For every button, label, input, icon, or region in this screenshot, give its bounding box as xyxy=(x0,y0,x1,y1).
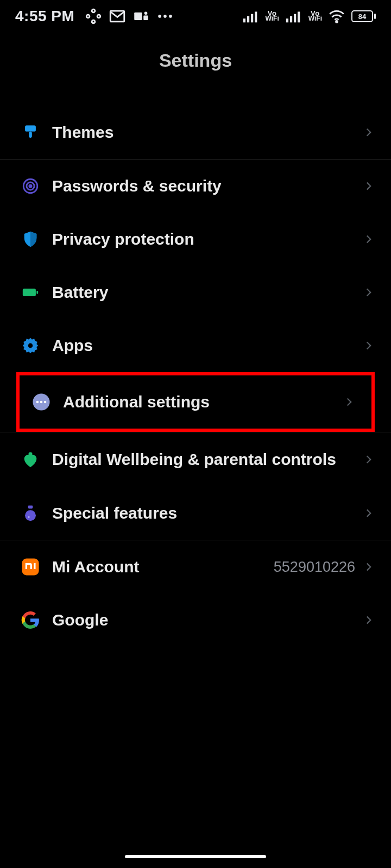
svg-rect-1 xyxy=(92,9,95,12)
chevron-right-icon xyxy=(362,179,376,193)
row-label: Additional settings xyxy=(63,393,342,411)
row-themes[interactable]: Themes xyxy=(0,106,391,159)
row-mi-account[interactable]: Mi Account 5529010226 xyxy=(0,540,391,593)
svg-rect-33 xyxy=(28,506,33,509)
svg-rect-21 xyxy=(29,132,32,138)
status-bar: 4:55 PM xyxy=(0,0,391,33)
shield-icon xyxy=(21,230,40,248)
clock: 4:55 PM xyxy=(15,8,74,25)
chevron-right-icon xyxy=(362,613,376,627)
battery-indicator: 84 xyxy=(351,10,376,22)
svg-rect-25 xyxy=(23,289,36,296)
svg-point-29 xyxy=(36,401,39,404)
mi-logo-icon xyxy=(21,558,40,576)
svg-point-31 xyxy=(44,401,47,404)
page-title: Settings xyxy=(0,50,391,71)
chevron-right-icon xyxy=(362,339,376,353)
svg-rect-17 xyxy=(294,14,296,23)
chevron-right-icon xyxy=(362,285,376,299)
svg-rect-0 xyxy=(87,15,90,18)
row-label: Mi Account xyxy=(52,558,274,576)
svg-rect-18 xyxy=(298,12,300,23)
svg-point-27 xyxy=(28,343,33,348)
svg-rect-14 xyxy=(255,12,257,23)
home-indicator[interactable] xyxy=(125,855,266,858)
svg-point-34 xyxy=(25,510,36,521)
row-passwords-security[interactable]: Passwords & security xyxy=(0,159,391,213)
svg-point-8 xyxy=(159,15,162,18)
more-notifications-icon xyxy=(156,7,174,25)
row-additional-settings[interactable]: Additional settings xyxy=(20,375,371,429)
google-g-icon xyxy=(21,611,40,629)
row-label: Privacy protection xyxy=(52,230,362,248)
svg-rect-16 xyxy=(290,16,292,22)
chevron-right-icon xyxy=(362,452,376,467)
svg-point-35 xyxy=(28,516,30,518)
section-extras: Digital Wellbeing & parental controls Sp… xyxy=(0,432,391,540)
row-apps[interactable]: Apps xyxy=(0,319,391,372)
slack-icon xyxy=(84,7,103,25)
row-label: Digital Wellbeing & parental controls xyxy=(52,450,362,469)
wifi-icon xyxy=(327,7,346,25)
highlight-annotation: Additional settings xyxy=(16,372,375,432)
svg-rect-26 xyxy=(36,291,38,294)
svg-rect-13 xyxy=(251,14,253,23)
svg-point-6 xyxy=(144,12,148,15)
more-circle-icon xyxy=(32,393,51,411)
row-value: 5529010226 xyxy=(274,559,355,576)
svg-point-30 xyxy=(40,401,43,404)
svg-rect-11 xyxy=(243,18,245,22)
svg-rect-5 xyxy=(135,12,142,20)
row-wallpaper-partial[interactable]: Wallpaper xyxy=(0,86,391,106)
teams-icon xyxy=(132,7,150,25)
chevron-right-icon xyxy=(362,560,376,574)
section-personalize: Themes xyxy=(0,106,391,159)
fingerprint-icon xyxy=(21,177,40,195)
row-label: Special features xyxy=(52,504,362,522)
svg-point-10 xyxy=(169,15,172,18)
vowifi-indicator-2: VoWiFi xyxy=(308,11,322,22)
row-label: Google xyxy=(52,611,362,629)
svg-rect-15 xyxy=(286,18,288,22)
svg-rect-7 xyxy=(144,16,149,21)
svg-rect-20 xyxy=(25,125,36,131)
svg-rect-2 xyxy=(97,15,100,18)
status-notif-icons xyxy=(84,7,174,25)
status-right: VoWiFi VoWiFi 84 xyxy=(242,7,376,25)
chevron-right-icon xyxy=(362,506,376,520)
row-label: Themes xyxy=(52,123,362,142)
row-digital-wellbeing[interactable]: Digital Wellbeing & parental controls xyxy=(0,432,391,487)
chevron-right-icon xyxy=(362,232,376,246)
battery-icon xyxy=(21,283,40,302)
svg-point-19 xyxy=(336,21,338,23)
vowifi-indicator-1: VoWiFi xyxy=(266,11,279,22)
settings-list[interactable]: Wallpaper Themes Passwords & security xyxy=(0,86,391,629)
row-label: Battery xyxy=(52,283,362,302)
chevron-right-icon xyxy=(342,395,356,409)
svg-point-24 xyxy=(29,185,31,187)
row-special-features[interactable]: Special features xyxy=(0,487,391,540)
brush-icon xyxy=(21,123,40,142)
status-left: 4:55 PM xyxy=(15,7,174,25)
gmail-icon xyxy=(108,7,127,25)
cog-icon xyxy=(21,336,40,355)
row-label: Apps xyxy=(52,336,362,355)
signal-bars-2-icon xyxy=(285,7,303,25)
row-google[interactable]: Google xyxy=(0,593,391,629)
section-system: Passwords & security Privacy protection … xyxy=(0,159,391,432)
signal-bars-icon xyxy=(242,7,260,25)
section-accounts: Mi Account 5529010226 Google xyxy=(0,540,391,629)
svg-point-9 xyxy=(163,15,167,18)
chevron-right-icon xyxy=(362,125,376,139)
svg-rect-12 xyxy=(247,16,249,22)
row-label: Passwords & security xyxy=(52,177,362,195)
row-battery[interactable]: Battery xyxy=(0,266,391,319)
row-privacy-protection[interactable]: Privacy protection xyxy=(0,213,391,266)
potion-icon xyxy=(21,504,40,522)
svg-rect-3 xyxy=(92,20,95,23)
heart-person-icon xyxy=(21,450,40,469)
